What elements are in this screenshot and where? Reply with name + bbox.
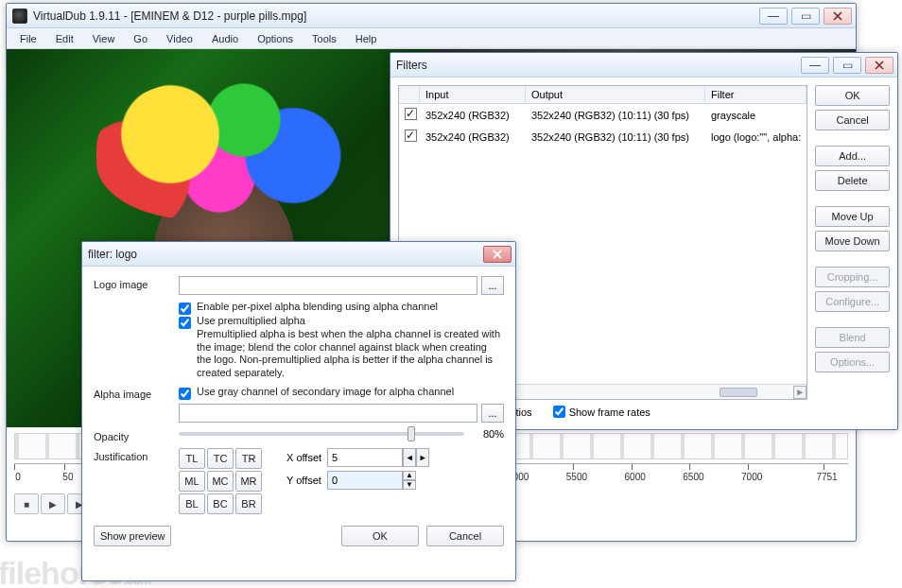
use-gray-channel-checkbox[interactable] [179,388,191,400]
row-filter: grayscale [705,108,807,123]
row-checkbox[interactable] [405,108,417,120]
scroll-right-icon[interactable]: ► [793,386,807,399]
just-tl[interactable]: TL [179,448,205,469]
filters-row[interactable]: 352x240 (RGB32) 352x240 (RGB32) (10:11) … [399,104,807,126]
menu-file[interactable]: File [10,31,46,46]
close-button[interactable] [824,8,852,25]
premultiplied-desc: Premultiplied alpha is best when the alp… [197,328,504,380]
alpha-image-browse-button[interactable]: ... [481,404,504,423]
justification-label: Justification [94,448,171,462]
opacity-slider[interactable] [179,432,464,436]
logo-image-browse-button[interactable]: ... [481,276,504,295]
filters-minimize-button[interactable]: — [801,57,829,74]
ok-button[interactable]: OK [815,85,890,106]
ruler-tick: 50 [54,472,82,482]
logo-titlebar[interactable]: filter: logo [82,242,515,267]
filters-side-buttons: OK Cancel Add... Delete Move Up Move Dow… [815,85,890,422]
just-mc[interactable]: MC [207,471,234,492]
x-offset-inc-button[interactable]: ► [416,448,429,467]
menu-options[interactable]: Options [248,31,303,46]
use-premultiplied-label: Use premultiplied alpha [197,315,504,328]
move-down-button[interactable]: Move Down [815,231,890,251]
main-titlebar[interactable]: VirtualDub 1.9.11 - [EMINEM & D12 - purp… [7,4,856,28]
move-up-button[interactable]: Move Up [815,206,890,227]
app-icon [12,9,27,24]
show-preview-button[interactable]: Show preview [94,526,171,546]
minimize-button[interactable]: — [759,8,788,25]
filters-row[interactable]: 352x240 (RGB32) 352x240 (RGB32) (10:11) … [399,126,807,147]
filters-close-button[interactable] [865,57,893,74]
x-offset-input[interactable] [327,448,403,467]
show-frame-rates-label: Show frame rates [569,406,650,418]
alpha-image-input[interactable] [179,404,477,423]
row-input: 352x240 (RGB32) [420,130,526,145]
logo-cancel-button[interactable]: Cancel [426,526,504,546]
transport-stop-button[interactable]: ■ [14,493,39,514]
close-icon [492,250,503,259]
show-frame-rates-checkbox[interactable]: Show frame rates [553,406,650,418]
just-bc[interactable]: BC [207,493,234,514]
just-mr[interactable]: MR [235,471,262,492]
logo-image-input[interactable] [179,276,477,295]
ruler-tick: 7751 [813,472,841,482]
logo-close-button[interactable] [483,246,512,263]
ruler-tick: 6000 [621,472,650,482]
row-output: 352x240 (RGB32) (10:11) (30 fps) [526,108,705,123]
filters-maximize-button[interactable]: ▭ [833,57,861,74]
opacity-value: 80% [472,428,504,440]
x-offset-spinner[interactable]: ◄ ► [327,448,429,467]
cropping-button: Cropping... [815,267,890,287]
menu-help[interactable]: Help [346,31,387,46]
row-output: 352x240 (RGB32) (10:11) (30 fps) [526,130,705,145]
justification-grid: TL TC TR ML MC MR BL BC BR [179,448,262,514]
just-ml[interactable]: ML [179,471,205,492]
enable-alpha-checkbox[interactable] [179,303,191,315]
ruler-tick: 0 [4,472,32,482]
use-gray-channel-label: Use gray channel of secondary image for … [197,386,454,399]
just-tr[interactable]: TR [235,448,262,469]
use-premultiplied-checkbox[interactable] [179,317,191,329]
opacity-slider-knob[interactable] [408,426,415,441]
delete-button[interactable]: Delete [815,170,890,191]
just-tc[interactable]: TC [207,448,234,469]
just-br[interactable]: BR [235,493,262,514]
ruler-tick: 6500 [679,472,707,482]
menu-tools[interactable]: Tools [303,31,346,46]
logo-ok-button[interactable]: OK [341,526,419,546]
logo-filter-dialog: filter: logo Logo image ... Enable per-p… [81,241,516,581]
alpha-image-label: Alpha image [94,386,171,400]
y-offset-dec-button[interactable]: ▼ [403,480,416,490]
ruler-tick: 5500 [563,472,591,482]
options-button: Options... [815,352,890,372]
y-offset-label: Y offset [286,475,321,486]
x-offset-label: X offset [286,452,321,463]
row-filter: logo (logo:"", alpha: [705,130,807,145]
menu-go[interactable]: Go [124,31,157,46]
filters-list-header: Input Output Filter [399,86,807,104]
col-input[interactable]: Input [420,86,526,103]
y-offset-spinner[interactable]: ▲ ▼ [327,471,416,490]
close-icon [874,61,885,70]
x-offset-dec-button[interactable]: ◄ [403,448,416,467]
just-bl[interactable]: BL [179,493,205,514]
add-button[interactable]: Add... [815,146,890,166]
y-offset-input[interactable] [327,471,403,490]
menu-audio[interactable]: Audio [202,31,248,46]
scroll-thumb[interactable] [720,388,757,397]
ruler-tick: 7000 [737,472,766,482]
col-filter[interactable]: Filter [705,86,807,103]
show-frame-rates-input[interactable] [553,406,565,418]
col-output[interactable]: Output [526,86,705,103]
configure-button: Configure... [815,291,890,312]
y-offset-inc-button[interactable]: ▲ [403,471,416,480]
transport-play-in-button[interactable]: ▶ [41,493,65,514]
filters-titlebar[interactable]: Filters — ▭ [390,53,897,78]
cancel-button[interactable]: Cancel [815,110,890,130]
row-checkbox[interactable] [405,130,417,142]
maximize-button[interactable]: ▭ [791,8,820,25]
menu-video[interactable]: Video [157,31,202,46]
menu-view[interactable]: View [83,31,125,46]
menu-edit[interactable]: Edit [46,31,83,46]
opacity-label: Opacity [94,428,171,442]
enable-alpha-label: Enable per-pixel alpha blending using al… [197,301,438,314]
